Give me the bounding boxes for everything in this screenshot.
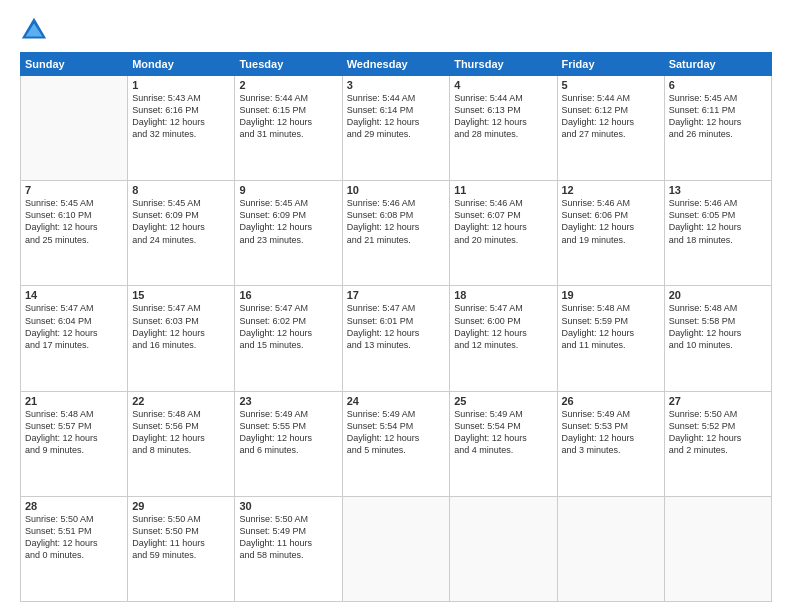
day-info: Sunrise: 5:46 AM Sunset: 6:07 PM Dayligh… [454,197,552,246]
day-number: 23 [239,395,337,407]
calendar-cell: 1Sunrise: 5:43 AM Sunset: 6:16 PM Daylig… [128,76,235,181]
day-info: Sunrise: 5:50 AM Sunset: 5:51 PM Dayligh… [25,513,123,562]
day-info: Sunrise: 5:49 AM Sunset: 5:53 PM Dayligh… [562,408,660,457]
day-info: Sunrise: 5:45 AM Sunset: 6:10 PM Dayligh… [25,197,123,246]
calendar-week-4: 21Sunrise: 5:48 AM Sunset: 5:57 PM Dayli… [21,391,772,496]
calendar-cell [450,496,557,601]
day-number: 4 [454,79,552,91]
day-info: Sunrise: 5:45 AM Sunset: 6:09 PM Dayligh… [239,197,337,246]
day-number: 24 [347,395,445,407]
calendar-cell: 8Sunrise: 5:45 AM Sunset: 6:09 PM Daylig… [128,181,235,286]
calendar-cell: 18Sunrise: 5:47 AM Sunset: 6:00 PM Dayli… [450,286,557,391]
calendar-cell: 15Sunrise: 5:47 AM Sunset: 6:03 PM Dayli… [128,286,235,391]
calendar-cell: 30Sunrise: 5:50 AM Sunset: 5:49 PM Dayli… [235,496,342,601]
calendar-cell: 20Sunrise: 5:48 AM Sunset: 5:58 PM Dayli… [664,286,771,391]
calendar-cell: 23Sunrise: 5:49 AM Sunset: 5:55 PM Dayli… [235,391,342,496]
weekday-monday: Monday [128,53,235,76]
weekday-thursday: Thursday [450,53,557,76]
weekday-saturday: Saturday [664,53,771,76]
day-number: 7 [25,184,123,196]
day-info: Sunrise: 5:46 AM Sunset: 6:05 PM Dayligh… [669,197,767,246]
day-number: 15 [132,289,230,301]
day-info: Sunrise: 5:47 AM Sunset: 6:04 PM Dayligh… [25,302,123,351]
calendar-cell: 4Sunrise: 5:44 AM Sunset: 6:13 PM Daylig… [450,76,557,181]
calendar-cell [557,496,664,601]
day-number: 9 [239,184,337,196]
logo [20,16,52,44]
day-number: 6 [669,79,767,91]
day-number: 3 [347,79,445,91]
day-info: Sunrise: 5:47 AM Sunset: 6:01 PM Dayligh… [347,302,445,351]
day-number: 13 [669,184,767,196]
calendar-cell: 10Sunrise: 5:46 AM Sunset: 6:08 PM Dayli… [342,181,449,286]
day-info: Sunrise: 5:47 AM Sunset: 6:03 PM Dayligh… [132,302,230,351]
calendar-cell: 2Sunrise: 5:44 AM Sunset: 6:15 PM Daylig… [235,76,342,181]
calendar-week-2: 7Sunrise: 5:45 AM Sunset: 6:10 PM Daylig… [21,181,772,286]
calendar-cell: 3Sunrise: 5:44 AM Sunset: 6:14 PM Daylig… [342,76,449,181]
day-info: Sunrise: 5:47 AM Sunset: 6:00 PM Dayligh… [454,302,552,351]
day-info: Sunrise: 5:48 AM Sunset: 5:59 PM Dayligh… [562,302,660,351]
day-info: Sunrise: 5:49 AM Sunset: 5:54 PM Dayligh… [347,408,445,457]
day-number: 25 [454,395,552,407]
day-number: 12 [562,184,660,196]
calendar-week-3: 14Sunrise: 5:47 AM Sunset: 6:04 PM Dayli… [21,286,772,391]
day-info: Sunrise: 5:46 AM Sunset: 6:06 PM Dayligh… [562,197,660,246]
logo-icon [20,16,48,44]
calendar-cell: 21Sunrise: 5:48 AM Sunset: 5:57 PM Dayli… [21,391,128,496]
day-info: Sunrise: 5:50 AM Sunset: 5:50 PM Dayligh… [132,513,230,562]
day-info: Sunrise: 5:50 AM Sunset: 5:52 PM Dayligh… [669,408,767,457]
day-number: 2 [239,79,337,91]
calendar-table: SundayMondayTuesdayWednesdayThursdayFrid… [20,52,772,602]
calendar-cell: 22Sunrise: 5:48 AM Sunset: 5:56 PM Dayli… [128,391,235,496]
weekday-sunday: Sunday [21,53,128,76]
calendar-cell: 12Sunrise: 5:46 AM Sunset: 6:06 PM Dayli… [557,181,664,286]
day-number: 1 [132,79,230,91]
calendar-cell [664,496,771,601]
calendar-cell: 7Sunrise: 5:45 AM Sunset: 6:10 PM Daylig… [21,181,128,286]
calendar-cell [21,76,128,181]
day-number: 26 [562,395,660,407]
calendar-cell: 25Sunrise: 5:49 AM Sunset: 5:54 PM Dayli… [450,391,557,496]
day-number: 14 [25,289,123,301]
day-info: Sunrise: 5:49 AM Sunset: 5:54 PM Dayligh… [454,408,552,457]
day-info: Sunrise: 5:44 AM Sunset: 6:15 PM Dayligh… [239,92,337,141]
calendar-week-5: 28Sunrise: 5:50 AM Sunset: 5:51 PM Dayli… [21,496,772,601]
day-info: Sunrise: 5:44 AM Sunset: 6:13 PM Dayligh… [454,92,552,141]
day-number: 17 [347,289,445,301]
day-info: Sunrise: 5:46 AM Sunset: 6:08 PM Dayligh… [347,197,445,246]
calendar-cell [342,496,449,601]
day-info: Sunrise: 5:48 AM Sunset: 5:58 PM Dayligh… [669,302,767,351]
day-info: Sunrise: 5:44 AM Sunset: 6:12 PM Dayligh… [562,92,660,141]
day-info: Sunrise: 5:44 AM Sunset: 6:14 PM Dayligh… [347,92,445,141]
day-number: 18 [454,289,552,301]
calendar-cell: 13Sunrise: 5:46 AM Sunset: 6:05 PM Dayli… [664,181,771,286]
day-number: 20 [669,289,767,301]
calendar-cell: 6Sunrise: 5:45 AM Sunset: 6:11 PM Daylig… [664,76,771,181]
day-info: Sunrise: 5:49 AM Sunset: 5:55 PM Dayligh… [239,408,337,457]
weekday-wednesday: Wednesday [342,53,449,76]
day-number: 22 [132,395,230,407]
calendar-cell: 19Sunrise: 5:48 AM Sunset: 5:59 PM Dayli… [557,286,664,391]
day-info: Sunrise: 5:45 AM Sunset: 6:09 PM Dayligh… [132,197,230,246]
weekday-friday: Friday [557,53,664,76]
day-number: 10 [347,184,445,196]
day-number: 29 [132,500,230,512]
day-number: 5 [562,79,660,91]
calendar-cell: 26Sunrise: 5:49 AM Sunset: 5:53 PM Dayli… [557,391,664,496]
calendar-cell: 5Sunrise: 5:44 AM Sunset: 6:12 PM Daylig… [557,76,664,181]
day-info: Sunrise: 5:48 AM Sunset: 5:56 PM Dayligh… [132,408,230,457]
day-number: 8 [132,184,230,196]
calendar-cell: 14Sunrise: 5:47 AM Sunset: 6:04 PM Dayli… [21,286,128,391]
calendar-cell: 28Sunrise: 5:50 AM Sunset: 5:51 PM Dayli… [21,496,128,601]
day-number: 28 [25,500,123,512]
day-number: 30 [239,500,337,512]
day-number: 16 [239,289,337,301]
calendar-cell: 9Sunrise: 5:45 AM Sunset: 6:09 PM Daylig… [235,181,342,286]
header [20,16,772,44]
day-info: Sunrise: 5:43 AM Sunset: 6:16 PM Dayligh… [132,92,230,141]
page: SundayMondayTuesdayWednesdayThursdayFrid… [0,0,792,612]
calendar-cell: 24Sunrise: 5:49 AM Sunset: 5:54 PM Dayli… [342,391,449,496]
day-number: 11 [454,184,552,196]
day-info: Sunrise: 5:50 AM Sunset: 5:49 PM Dayligh… [239,513,337,562]
calendar-cell: 17Sunrise: 5:47 AM Sunset: 6:01 PM Dayli… [342,286,449,391]
